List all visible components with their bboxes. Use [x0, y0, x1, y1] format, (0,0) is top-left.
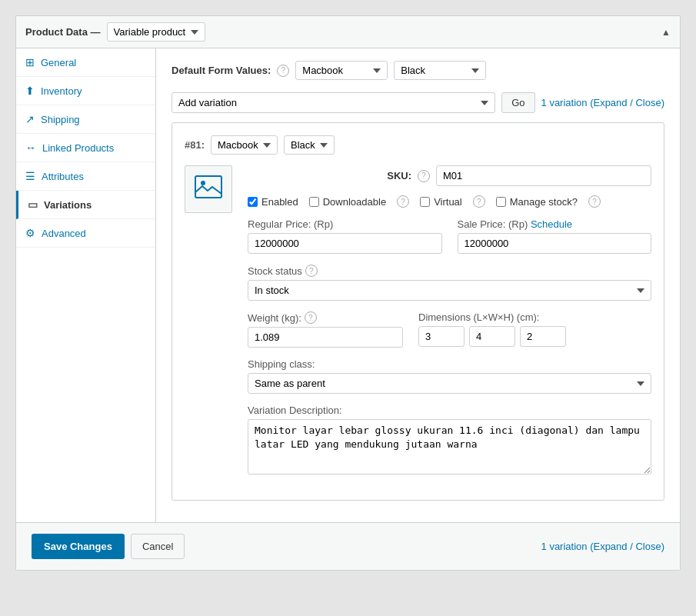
header-left: Product Data — Variable product	[25, 22, 205, 42]
dimension-h-input[interactable]	[520, 326, 566, 347]
save-changes-button[interactable]: Save Changes	[32, 534, 125, 559]
sale-price-label: Sale Price: (Rp) Schedule	[458, 218, 652, 230]
cancel-button[interactable]: Cancel	[131, 534, 185, 559]
weight-label: Weight (kg): ?	[248, 311, 317, 324]
add-variation-select[interactable]: Add variation	[172, 92, 495, 113]
variation-desc-label: Variation Description:	[248, 405, 651, 416]
go-button[interactable]: Go	[501, 92, 534, 113]
manage-stock-checkbox-group: Manage stock?	[496, 196, 578, 208]
price-row: Regular Price: (Rp) Sale Price: (Rp) Sch…	[248, 218, 651, 254]
variation-fields: SKU: ? Enabled Downl	[248, 165, 651, 488]
weight-input[interactable]	[248, 327, 403, 348]
close-link[interactable]: Close	[635, 97, 661, 108]
expand-link[interactable]: Expand	[593, 97, 627, 108]
variation-desc-textarea[interactable]: Monitor layar lebar glossy ukuran 11.6 i…	[248, 419, 651, 474]
linked-products-icon: ↔	[25, 142, 36, 154]
manage-stock-help-icon[interactable]: ?	[588, 195, 601, 208]
manage-stock-label[interactable]: Manage stock?	[510, 196, 578, 208]
product-type-select[interactable]: Variable product	[107, 22, 205, 42]
virtual-help-icon[interactable]: ?	[473, 195, 485, 208]
variations-icon: ▭	[28, 198, 38, 211]
product-data-body: ⊞ General ⬆ Inventory ↗ Shipping ↔ Linke…	[16, 48, 680, 522]
dimensions-row: Weight (kg): ? Dimensions (L×W×H) (cm):	[248, 311, 651, 348]
enabled-checkbox-group: Enabled	[248, 196, 298, 208]
sidebar-item-label-shipping: Shipping	[41, 114, 80, 125]
footer-left: Save Changes Cancel	[32, 534, 185, 559]
shipping-class-row: Shipping class: Same as parent	[248, 358, 651, 394]
dimensions-field: Dimensions (L×W×H) (cm):	[418, 311, 651, 348]
sale-price-field: Sale Price: (Rp) Schedule	[458, 218, 652, 254]
sidebar-item-advanced[interactable]: ⚙ Advanced	[16, 219, 155, 248]
downloadable-help-icon[interactable]: ?	[397, 195, 409, 208]
product-data-header: Product Data — Variable product ▲	[16, 16, 680, 48]
shipping-class-label: Shipping class:	[248, 358, 651, 370]
variation-id: #81:	[185, 139, 205, 151]
product-data-panel: Product Data — Variable product ▲ ⊞ Gene…	[15, 15, 681, 571]
sidebar-item-general[interactable]: ⊞ General	[16, 48, 155, 77]
shipping-icon: ↗	[25, 113, 35, 125]
regular-price-input[interactable]	[248, 233, 442, 254]
variation-count-link: 1 variation (Expand / Close)	[541, 97, 664, 108]
variation-attr2-select[interactable]: Black	[284, 135, 335, 155]
default-form-value1-select[interactable]: Macbook	[295, 61, 388, 80]
main-content: Default Form Values: ? Macbook Black Add…	[156, 48, 680, 522]
footer-expand-link[interactable]: Expand	[593, 541, 627, 552]
collapse-arrow[interactable]: ▲	[661, 27, 671, 38]
add-variation-row: Add variation Go 1 variation (Expand / C…	[172, 92, 664, 113]
weight-field: Weight (kg): ?	[248, 311, 403, 348]
sidebar-item-inventory[interactable]: ⬆ Inventory	[16, 77, 155, 105]
sku-input[interactable]	[436, 165, 651, 186]
variation-image-icon	[195, 175, 222, 204]
weight-help-icon[interactable]: ?	[305, 311, 317, 324]
stock-status-select[interactable]: In stock	[248, 280, 651, 301]
downloadable-label[interactable]: Downloadable	[323, 196, 386, 208]
sidebar-item-label-advanced: Advanced	[42, 228, 86, 239]
variation-attr1-select[interactable]: Macbook	[211, 135, 278, 155]
variation-image-button[interactable]	[185, 165, 232, 213]
dimensions-label: Dimensions (L×W×H) (cm):	[418, 311, 651, 323]
variation-desc-row: Variation Description: Monitor layar leb…	[248, 405, 651, 477]
svg-rect-0	[195, 176, 221, 198]
default-form-value2-select[interactable]: Black	[394, 61, 486, 80]
sidebar-item-linked-products[interactable]: ↔ Linked Products	[16, 134, 155, 162]
sidebar-item-label-variations: Variations	[44, 199, 92, 211]
sidebar-item-attributes[interactable]: ☰ Attributes	[16, 162, 155, 191]
product-data-title: Product Data —	[25, 26, 101, 38]
manage-stock-checkbox[interactable]	[496, 197, 506, 207]
footer-close-link[interactable]: Close	[635, 541, 661, 552]
default-form-values-row: Default Form Values: ? Macbook Black	[172, 61, 664, 80]
svg-point-1	[201, 181, 205, 185]
sidebar: ⊞ General ⬆ Inventory ↗ Shipping ↔ Linke…	[16, 48, 156, 522]
shipping-class-select[interactable]: Same as parent	[248, 373, 651, 394]
sidebar-item-shipping[interactable]: ↗ Shipping	[16, 105, 155, 134]
downloadable-checkbox-group: Downloadable	[309, 196, 386, 208]
checkboxes-row: Enabled Downloadable ? Virtual	[248, 195, 651, 208]
default-form-help-icon[interactable]: ?	[277, 65, 289, 77]
dimension-w-input[interactable]	[469, 326, 515, 347]
dimensions-inputs	[418, 326, 651, 347]
variation-content: SKU: ? Enabled Downl	[185, 165, 651, 488]
sidebar-item-variations[interactable]: ▭ Variations	[16, 191, 155, 219]
footer-row: Save Changes Cancel 1 variation (Expand …	[16, 522, 680, 570]
sale-price-input[interactable]	[458, 233, 652, 254]
regular-price-label: Regular Price: (Rp)	[248, 218, 442, 230]
enabled-checkbox[interactable]	[248, 197, 258, 207]
attributes-icon: ☰	[25, 170, 35, 182]
default-form-values-label: Default Form Values:	[172, 65, 271, 76]
sidebar-item-label-attributes: Attributes	[42, 171, 84, 182]
schedule-link[interactable]: Schedule	[531, 218, 572, 230]
sidebar-item-label-inventory: Inventory	[41, 85, 82, 97]
sku-help-icon[interactable]: ?	[418, 170, 430, 182]
variation-header: #81: Macbook Black	[185, 135, 651, 155]
stock-status-help-icon[interactable]: ?	[305, 265, 318, 277]
virtual-label[interactable]: Virtual	[434, 196, 462, 208]
sku-label: SKU:	[387, 170, 411, 181]
enabled-label[interactable]: Enabled	[261, 196, 298, 208]
virtual-checkbox[interactable]	[420, 197, 430, 207]
sidebar-item-label-linked-products: Linked Products	[42, 142, 114, 154]
downloadable-checkbox[interactable]	[309, 197, 319, 207]
stock-status-row: Stock status ? In stock	[248, 265, 651, 301]
stock-status-label: Stock status ?	[248, 265, 318, 277]
dimension-l-input[interactable]	[418, 326, 465, 347]
advanced-icon: ⚙	[25, 227, 35, 239]
